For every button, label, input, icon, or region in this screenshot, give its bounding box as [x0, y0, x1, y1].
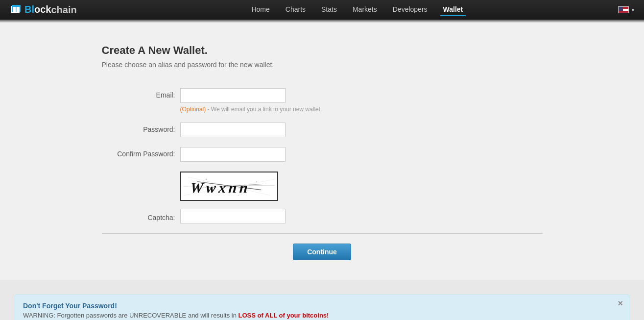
logo-chain-text: chain	[51, 4, 76, 16]
email-hint: (Optional) - We will email you a link to…	[180, 106, 322, 113]
logo-block-text: Block	[10, 4, 51, 16]
navbar: Block chain Home Charts Stats Markets De…	[0, 0, 644, 20]
alert-title: Don't Forget Your Password!	[23, 302, 621, 310]
page-title: Create A New Wallet.	[102, 44, 543, 57]
alert-banner: Don't Forget Your Password! WARNING: For…	[15, 295, 629, 320]
nav-home[interactable]: Home	[248, 3, 272, 16]
optional-tag: (Optional)	[180, 106, 206, 113]
language-flag	[618, 6, 629, 13]
alert-text-before: WARNING: Forgotten passwords are UNRECOV…	[23, 312, 239, 319]
password-input[interactable]	[180, 123, 286, 137]
alert-body: WARNING: Forgotten passwords are UNRECOV…	[23, 312, 621, 319]
email-label: Email:	[102, 88, 180, 99]
language-dropdown-arrow[interactable]: ▾	[632, 7, 634, 13]
nav-links: Home Charts Stats Markets Developers Wal…	[96, 3, 618, 16]
page-subtitle: Please choose an alias and password for …	[102, 61, 543, 69]
captcha-label: Captcha:	[102, 211, 180, 222]
password-label: Password:	[102, 123, 180, 133]
confirm-password-label: Confirm Password:	[102, 147, 180, 158]
email-group: Email: (Optional) - We will email you a …	[102, 88, 543, 113]
form-divider	[102, 233, 543, 234]
confirm-password-input[interactable]	[180, 147, 286, 162]
main-content: Create A New Wallet. Please choose an al…	[0, 20, 644, 280]
alert-text-highlight: LOSS of ALL of your bitcoins!	[239, 312, 329, 319]
password-group: Password:	[102, 123, 543, 137]
svg-text:Wwxnn: Wwxnn	[190, 179, 251, 196]
alert-close-button[interactable]: ×	[618, 299, 623, 308]
email-input-area: (Optional) - We will email you a link to…	[180, 88, 322, 113]
captcha-input[interactable]	[180, 209, 286, 223]
nav-stats[interactable]: Stats	[318, 3, 340, 16]
email-input[interactable]	[180, 88, 286, 103]
nav-right: ▾	[618, 6, 634, 13]
captcha-svg: Wwxnn	[181, 172, 277, 200]
svg-point-12	[238, 195, 239, 196]
captcha-image: Wwxnn	[180, 172, 278, 201]
nav-wallet[interactable]: Wallet	[440, 3, 466, 16]
form-container: Create A New Wallet. Please choose an al…	[102, 44, 543, 260]
svg-point-11	[205, 179, 207, 180]
nav-developers[interactable]: Developers	[390, 3, 430, 16]
logo: Block chain	[10, 4, 77, 16]
email-hint-text: - We will email you a link to your new w…	[206, 106, 322, 113]
captcha-group: Captcha:	[102, 209, 543, 223]
password-input-area	[180, 123, 286, 137]
svg-point-13	[256, 181, 257, 182]
confirm-password-group: Confirm Password:	[102, 147, 543, 162]
confirm-password-input-area	[180, 147, 286, 162]
nav-charts[interactable]: Charts	[283, 3, 309, 16]
nav-markets[interactable]: Markets	[350, 3, 380, 16]
continue-button[interactable]: Continue	[293, 244, 351, 260]
bottom-section: Don't Forget Your Password! WARNING: For…	[0, 280, 644, 320]
